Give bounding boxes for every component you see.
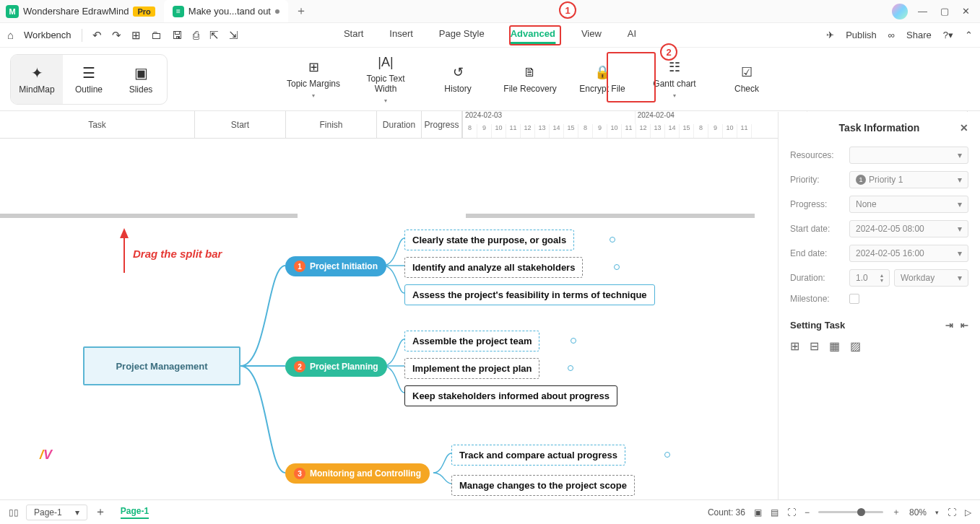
topic-margins-button[interactable]: ⊞ Topic Margins ▾ (284, 59, 343, 99)
connector-dot-icon[interactable] (664, 452, 670, 458)
outline-view-button[interactable]: ☰ Outline (63, 55, 115, 104)
zoom-in-icon[interactable]: ＋ (892, 506, 901, 518)
hour-cell: 12 (636, 124, 651, 138)
hour-cell: 15 (680, 124, 694, 138)
leaf-topic[interactable]: Clearly state the purpose, or goals (404, 230, 574, 250)
connector-dot-icon[interactable] (614, 264, 620, 270)
tab-advanced[interactable]: Advanced (511, 27, 555, 44)
chevron-down-icon: ▾ (312, 92, 315, 99)
branch-project-initiation[interactable]: 1Project Initiation (285, 256, 386, 276)
undo-icon[interactable]: ↶ (92, 29, 102, 42)
hour-cell: 10 (492, 124, 506, 138)
collapse-ribbon-icon[interactable]: ⌃ (965, 30, 973, 40)
leaf-topic[interactable]: Track and compare actual progress (451, 445, 625, 466)
print-icon[interactable]: ⎙ (193, 29, 199, 41)
leaf-topic[interactable]: Manage changes to the project scope (451, 475, 635, 496)
gantt-chart-button[interactable]: ☷ Gantt chart ▾ (645, 59, 704, 99)
expand-icon[interactable]: ⊞ (790, 339, 799, 353)
progress-select[interactable]: None▾ (849, 196, 968, 213)
fit-page-icon[interactable]: ⛶ (787, 507, 796, 518)
open-icon[interactable]: 🗀 (151, 29, 162, 41)
duration-unit-select[interactable]: Workday▾ (894, 269, 968, 287)
grid2-icon[interactable]: ▨ (850, 339, 861, 353)
zoom-value[interactable]: 80% (909, 507, 927, 518)
hour-cell: 14 (550, 124, 564, 138)
slides-view-button[interactable]: ▣ Slides (115, 55, 167, 104)
page-selector[interactable]: Page-1▾ (26, 505, 87, 520)
zoom-slider[interactable] (818, 511, 883, 513)
chevron-down-icon: ▾ (384, 97, 387, 104)
tab-insert[interactable]: Insert (389, 27, 413, 44)
history-button[interactable]: ↺ History (428, 64, 487, 94)
panel-close-button[interactable]: ✕ (960, 122, 968, 134)
hour-cell: 8 (578, 124, 593, 138)
connector-dot-icon[interactable] (568, 365, 573, 371)
outdent-icon[interactable]: ⇤ (961, 320, 968, 331)
indent-icon[interactable]: ⇥ (945, 320, 953, 331)
branch-monitoring[interactable]: 3Monitoring and Controlling (285, 463, 430, 484)
active-page-tab[interactable]: Page-1 (121, 506, 149, 519)
new-file-icon[interactable]: ⊞ (131, 29, 141, 42)
branch-project-planning[interactable]: 2Project Planning (285, 357, 387, 377)
import-icon[interactable]: ⇲ (229, 29, 238, 42)
duration-value-input[interactable]: 1.0▴▾ (849, 269, 890, 287)
workbench-label[interactable]: Workbench (24, 30, 71, 40)
hour-cell: 9 (477, 124, 492, 138)
unsaved-dot-icon (275, 9, 279, 14)
help-icon[interactable]: ?▾ (943, 30, 953, 40)
grid-icon[interactable]: ▦ (829, 339, 840, 353)
share-button[interactable]: Share (906, 30, 932, 40)
connector-dot-icon[interactable] (571, 338, 576, 344)
col-start[interactable]: Start (195, 111, 286, 138)
connector-dot-icon[interactable] (610, 237, 615, 243)
check-icon: ☑ (741, 64, 753, 80)
pages-icon[interactable]: ▯▯ (9, 507, 19, 518)
end-date-input[interactable]: 2024-02-05 16:00▾ (849, 245, 968, 262)
start-date-input[interactable]: 2024-02-05 08:00▾ (849, 220, 968, 237)
export-icon[interactable]: ⇱ (209, 29, 219, 42)
topic-text-width-button[interactable]: |A| Topic Text Width ▾ (356, 55, 415, 104)
leaf-topic[interactable]: Assemble the project team (404, 331, 539, 351)
app-tab[interactable]: M Wondershare EdrawMind Pro (0, 0, 161, 22)
publish-button[interactable]: Publish (846, 30, 877, 40)
tab-page-style[interactable]: Page Style (439, 27, 485, 44)
fullscreen-icon[interactable]: ⛶ (948, 507, 956, 518)
check-button[interactable]: ☑ Check (717, 64, 776, 94)
fit-icon[interactable]: ▣ (754, 507, 762, 518)
milestone-checkbox[interactable] (849, 294, 859, 304)
new-tab-button[interactable]: ＋ (295, 4, 307, 19)
collapse-icon[interactable]: ⊟ (810, 339, 819, 353)
leaf-topic[interactable]: Identify and analyze all stakeholders (404, 257, 583, 278)
redo-icon[interactable]: ↷ (112, 29, 121, 42)
add-page-button[interactable]: ＋ (95, 505, 106, 520)
close-icon[interactable]: ✕ (962, 6, 970, 17)
tab-view[interactable]: View (581, 27, 602, 44)
leaf-topic[interactable]: Implement the project plan (404, 358, 539, 379)
home-icon[interactable]: ⌂ (7, 29, 14, 41)
document-tab[interactable]: ≡ Make you...tand out (164, 0, 288, 22)
user-avatar[interactable] (892, 4, 908, 19)
col-task[interactable]: Task (0, 111, 195, 138)
recovery-icon: 🗎 (524, 65, 537, 80)
file-recovery-button[interactable]: 🗎 File Recovery (500, 65, 560, 94)
tab-ai[interactable]: AI (628, 27, 636, 44)
save-icon[interactable]: 🖫 (172, 29, 183, 41)
leaf-topic[interactable]: Keep stakeholders informed about progres… (404, 385, 617, 406)
col-progress[interactable]: Progress (422, 111, 462, 138)
leaf-topic[interactable]: Assess the project's feasibility in term… (404, 284, 655, 305)
col-finish[interactable]: Finish (286, 111, 377, 138)
tab-start[interactable]: Start (344, 27, 363, 44)
zoom-out-icon[interactable]: − (805, 507, 810, 518)
resources-label: Resources: (790, 150, 849, 160)
mindmap-view-button[interactable]: ✦ MindMap (11, 55, 63, 104)
encrypt-file-button[interactable]: 🔒 Encrypt File (573, 64, 632, 94)
resources-input[interactable]: ▾ (849, 147, 968, 164)
layout-icon[interactable]: ▤ (771, 507, 779, 518)
mindmap-canvas[interactable]: Project Management 1Project Initiation C… (0, 224, 776, 491)
maximize-icon[interactable]: ▢ (940, 6, 949, 17)
priority-select[interactable]: 1Priority 1▾ (849, 171, 968, 188)
col-duration[interactable]: Duration (377, 111, 422, 138)
root-topic[interactable]: Project Management (83, 346, 240, 385)
presentation-icon[interactable]: ▷ (965, 507, 971, 518)
minimize-icon[interactable]: — (918, 6, 927, 17)
